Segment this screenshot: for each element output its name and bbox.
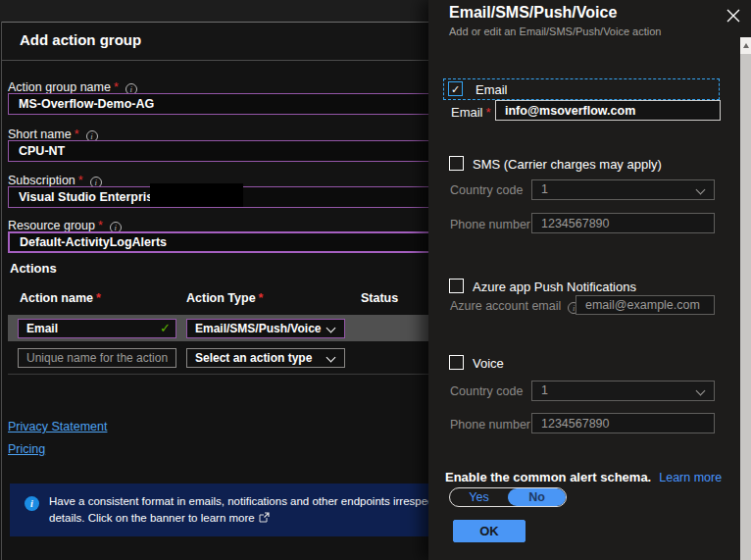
azure-account-email-label: Azure account email xyxy=(450,299,561,313)
push-checkbox[interactable] xyxy=(449,279,464,293)
learn-more-link[interactable]: Learn more xyxy=(659,471,722,484)
privacy-statement-link[interactable]: Privacy Statement xyxy=(8,420,107,433)
redaction-overlay xyxy=(150,183,243,207)
required-marker: * xyxy=(78,174,83,187)
required-marker: * xyxy=(259,291,264,305)
azure-portal-root: Add action group Action group name*i Sho… xyxy=(0,0,751,560)
voice-phone-input[interactable] xyxy=(531,413,715,433)
action-type-select-row1[interactable]: Email/SMS/Push/Voice xyxy=(186,319,345,338)
toggle-no-option-selected[interactable]: No xyxy=(508,488,566,506)
required-marker: * xyxy=(98,219,103,232)
push-checkbox-label: Azure app Push Notifications xyxy=(473,280,636,294)
sms-phone-input[interactable] xyxy=(531,213,715,233)
action-name-input-row1[interactable] xyxy=(18,319,176,338)
chevron-down-icon xyxy=(696,185,706,195)
action-name-input-row2[interactable] xyxy=(18,348,176,368)
col-status: Status xyxy=(361,291,398,305)
email-checkbox[interactable]: ✓ xyxy=(448,81,463,96)
sms-country-code-label: Country code xyxy=(450,183,523,197)
required-marker: * xyxy=(114,80,119,94)
resource-group-input[interactable] xyxy=(8,231,435,253)
valid-check-icon: ✓ xyxy=(160,321,171,335)
panel-title: Email/SMS/Push/Voice xyxy=(449,4,617,22)
common-alert-schema-toggle[interactable]: Yes No xyxy=(449,487,567,507)
action-group-name-label: Action group name xyxy=(8,80,111,94)
azure-account-email-input[interactable] xyxy=(576,295,715,315)
email-checkbox-group[interactable]: ✓ Email xyxy=(443,78,720,100)
close-icon[interactable] xyxy=(725,7,742,25)
banner-line2: details. Click on the banner to learn mo… xyxy=(49,512,255,524)
sms-country-code-select[interactable]: 1 xyxy=(531,179,715,200)
field-short-name: Short name*i xyxy=(8,127,435,142)
voice-country-code-select[interactable]: 1 xyxy=(531,381,715,401)
email-field-label: Email xyxy=(451,105,483,120)
field-action-group-name: Action group name*i xyxy=(8,80,435,95)
sms-phone-label: Phone number xyxy=(450,218,530,231)
chevron-down-icon xyxy=(326,324,336,333)
email-input[interactable] xyxy=(495,100,721,121)
banner-line1: Have a consistent format in emails, noti… xyxy=(49,493,435,510)
panel-subtitle: Add or edit an Email/SMS/Push/Voice acti… xyxy=(449,25,661,37)
pricing-link[interactable]: Pricing xyxy=(8,442,45,456)
action-type-select-row2[interactable]: Select an action type xyxy=(186,348,345,368)
info-icon: i xyxy=(25,496,39,511)
action-group-name-input[interactable] xyxy=(8,93,435,115)
voice-checkbox-label: Voice xyxy=(473,356,504,371)
sms-checkbox-label: SMS (Carrier charges may apply) xyxy=(473,157,662,172)
field-resource-group: Resource group*i xyxy=(8,219,435,233)
required-marker: * xyxy=(75,127,79,141)
ok-button[interactable]: OK xyxy=(453,520,526,542)
toggle-yes-option[interactable]: Yes xyxy=(450,488,508,506)
panel-scrollbar[interactable] xyxy=(740,37,751,560)
common-alert-schema-label: Enable the common alert schema. xyxy=(445,470,651,484)
voice-country-code-label: Country code xyxy=(450,384,523,398)
short-name-label: Short name xyxy=(8,127,72,141)
external-link-icon xyxy=(259,511,270,528)
chevron-down-icon xyxy=(326,353,336,363)
page-title: Add action group xyxy=(20,31,141,48)
col-action-type: Action Type xyxy=(186,291,256,305)
blade-left-border xyxy=(1,22,2,560)
required-marker: * xyxy=(486,105,491,120)
required-marker: * xyxy=(96,291,101,305)
voice-checkbox[interactable] xyxy=(449,355,464,370)
email-sms-push-voice-panel: Email/SMS/Push/Voice Add or edit an Emai… xyxy=(428,0,751,560)
chevron-down-icon xyxy=(696,386,706,396)
short-name-input[interactable] xyxy=(8,140,435,162)
scroll-up-arrow-icon xyxy=(743,43,749,48)
divider xyxy=(8,374,435,375)
scroll-up-button[interactable] xyxy=(740,37,751,54)
common-alert-schema-banner[interactable]: i Have a consistent format in emails, no… xyxy=(10,484,435,536)
field-subscription: Subscription*i xyxy=(8,174,435,188)
email-checkbox-label: Email xyxy=(476,82,508,97)
col-action-name: Action name xyxy=(20,291,93,305)
voice-phone-label: Phone number xyxy=(450,418,530,432)
subscription-label: Subscription xyxy=(8,174,75,187)
sms-checkbox[interactable] xyxy=(449,156,464,171)
actions-section-title: Actions xyxy=(10,261,57,276)
resource-group-label: Resource group xyxy=(8,219,95,232)
